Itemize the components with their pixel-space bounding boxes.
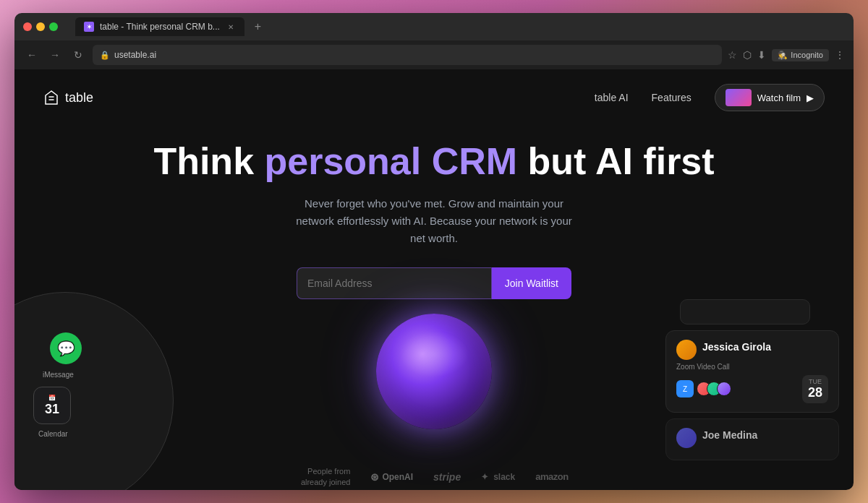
website-content: table table AI Features Watch film ▶ Thi… [14, 69, 854, 490]
email-input[interactable] [307, 278, 481, 289]
active-tab[interactable]: ✶ table - Think personal CRM b... ✕ [75, 17, 244, 36]
slack-logo: ✦ slack [481, 472, 515, 482]
jessica-avatar [676, 340, 697, 360]
joe-name: Joe Medina [702, 429, 757, 441]
watch-film-label: Watch film [757, 93, 801, 103]
extensions-icon[interactable]: ⬡ [743, 49, 752, 61]
tab-close-icon[interactable]: ✕ [226, 22, 236, 32]
orb-visual [376, 314, 492, 429]
nav-link-table-ai[interactable]: table AI [595, 92, 629, 103]
toolbar-actions: ☆ ⬡ ⬇ 🕵 Incognito ⋮ [728, 49, 845, 61]
calendar-icon: 📅 31 [33, 387, 71, 424]
hero-subtitle: Never forget who you've met. Grow and ma… [289, 195, 579, 247]
download-icon[interactable]: ⬇ [757, 49, 766, 61]
incognito-icon: 🕵 [778, 51, 788, 60]
maximize-button[interactable] [49, 22, 58, 31]
card-placeholder-top [680, 299, 810, 324]
minimize-button[interactable] [36, 22, 45, 31]
browser-toolbar: ← → ↻ 🔒 usetable.ai ☆ ⬡ ⬇ 🕵 Incognito ⋮ [14, 40, 854, 69]
close-button[interactable] [23, 22, 32, 31]
site-logo: table [43, 90, 93, 106]
meeting-date: 28 [808, 385, 822, 400]
hero-title-part1: Think [153, 140, 264, 182]
joe-avatar [676, 428, 697, 448]
calendar-date: 31 [45, 403, 59, 416]
ai-orb [376, 314, 492, 429]
incognito-badge: 🕵 Incognito [772, 49, 829, 61]
browser-window: ✶ table - Think personal CRM b... ✕ + ← … [14, 13, 854, 490]
watch-film-button[interactable]: Watch film ▶ [715, 84, 825, 111]
nav-links: table AI Features Watch film ▶ [595, 84, 825, 111]
lock-icon: 🔒 [100, 51, 110, 60]
logo-icon [43, 90, 59, 106]
tab-favicon: ✶ [84, 22, 94, 32]
traffic-lights [23, 22, 58, 31]
meeting-avatars [701, 382, 731, 396]
jessica-meeting-type: Zoom Video Call [676, 363, 828, 371]
tab-title: table - Think personal CRM b... [100, 22, 220, 32]
refresh-button[interactable]: ↻ [69, 46, 87, 64]
zoom-icon: Z [676, 380, 694, 397]
jessica-card-top: Jessica Girola [676, 340, 828, 360]
contact-cards: Jessica Girola Zoom Video Call Z [665, 299, 839, 460]
join-waitlist-button[interactable]: Join Waitlist [492, 267, 571, 299]
email-form: Join Waitlist [297, 267, 571, 299]
hero-title-part2: but AI first [517, 140, 715, 182]
url-text: usetable.ai [114, 50, 156, 60]
bottom-section: 💬 iMessage 📅 31 Calendar [14, 292, 854, 490]
meeting-info: Z [676, 380, 731, 397]
jessica-card: Jessica Girola Zoom Video Call Z [665, 330, 839, 413]
joe-card-top: Joe Medina [676, 428, 828, 448]
new-tab-button[interactable]: + [255, 20, 261, 33]
avatar-3 [717, 382, 731, 396]
amazon-logo: amazon [535, 471, 568, 482]
imessage-label: iMessage [43, 371, 74, 379]
jessica-meeting: Z Tue 28 [676, 375, 828, 403]
brand-bar: People from already joined ⊛ OpenAI stri… [14, 459, 854, 490]
address-bar[interactable]: 🔒 usetable.ai [93, 45, 722, 65]
nav-link-features[interactable]: Features [652, 92, 692, 103]
site-navigation: table table AI Features Watch film ▶ [14, 69, 854, 126]
menu-icon[interactable]: ⋮ [835, 49, 845, 61]
bookmark-icon[interactable]: ☆ [728, 49, 737, 61]
date-badge: Tue 28 [802, 375, 828, 403]
browser-titlebar: ✶ table - Think personal CRM b... ✕ + [14, 13, 854, 40]
logo-text: table [65, 90, 93, 106]
forward-button[interactable]: → [46, 46, 64, 64]
hero-section: Think personal CRM but AI first Never fo… [14, 126, 854, 299]
openai-logo: ⊛ OpenAI [370, 471, 413, 483]
stripe-logo: stripe [433, 471, 461, 483]
people-from-label: People from already joined [299, 466, 350, 487]
hero-title: Think personal CRM but AI first [43, 140, 825, 184]
film-thumbnail [726, 89, 752, 106]
email-input-wrapper [297, 267, 492, 299]
jessica-name: Jessica Girola [702, 341, 771, 353]
joe-card: Joe Medina [665, 418, 839, 460]
play-icon: ▶ [807, 93, 814, 103]
back-button[interactable]: ← [23, 46, 41, 64]
imessage-icon: 💬 [50, 332, 82, 364]
hero-title-purple: personal CRM [265, 140, 518, 182]
calendar-label: Calendar [38, 430, 68, 438]
incognito-label: Incognito [791, 51, 823, 59]
meeting-day: Tue [808, 378, 822, 385]
